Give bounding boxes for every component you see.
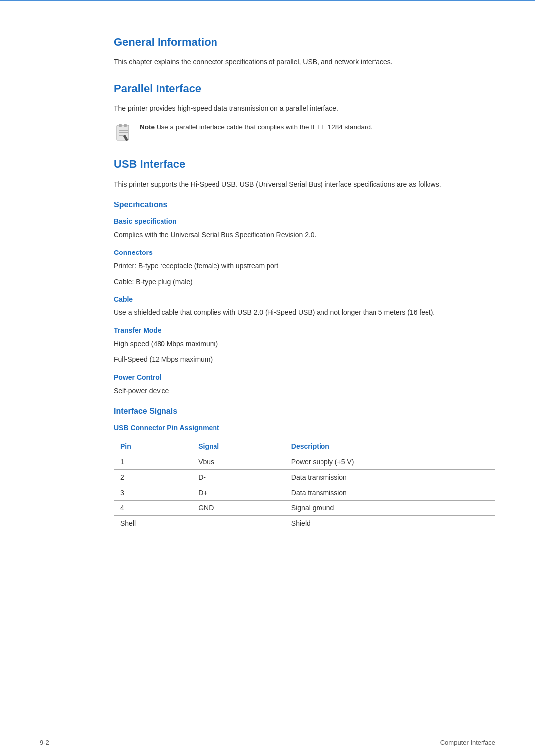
cell-signal: D+	[192, 485, 285, 500]
basic-specification-heading: Basic specification	[114, 217, 495, 225]
cell-description: Data transmission	[285, 485, 495, 500]
cell-description: Data transmission	[285, 469, 495, 485]
bottom-border	[0, 731, 535, 732]
cell-signal: Vbus	[192, 454, 285, 469]
note-box: Note Use a parallel interface cable that…	[114, 122, 495, 143]
table-row: Shell—Shield	[114, 515, 495, 531]
transfer-mode-line1: High speed (480 Mbps maximum)	[114, 338, 495, 349]
footer-right: Computer Interface	[440, 739, 495, 746]
cell-signal: D-	[192, 469, 285, 485]
cell-pin: 3	[114, 485, 192, 500]
parallel-interface-body: The printer provides high-speed data tra…	[114, 103, 495, 114]
parallel-interface-title: Parallel Interface	[114, 82, 495, 95]
note-icon	[114, 123, 134, 143]
svg-rect-2	[124, 124, 127, 127]
connectors-line1: Printer: B-type receptacle (female) with…	[114, 260, 495, 271]
pin-assignment-table: PinSignalDescription 1VbusPower supply (…	[114, 438, 495, 531]
cable-text: Use a shielded cable that complies with …	[114, 307, 495, 318]
cell-pin: Shell	[114, 515, 192, 531]
power-control-heading: Power Control	[114, 373, 495, 381]
cell-pin: 1	[114, 454, 192, 469]
content-area: General Information This chapter explain…	[0, 1, 535, 561]
power-control-text: Self-power device	[114, 385, 495, 396]
note-label: Note	[140, 123, 155, 131]
usb-connector-heading: USB Connector Pin Assignment	[114, 424, 495, 432]
cell-signal: GND	[192, 500, 285, 515]
general-information-body: This chapter explains the connector spec…	[114, 56, 495, 67]
cell-signal: —	[192, 515, 285, 531]
note-text: Note Use a parallel interface cable that…	[140, 122, 373, 132]
table-header-row: PinSignalDescription	[114, 438, 495, 454]
cell-pin: 4	[114, 500, 192, 515]
connectors-heading: Connectors	[114, 249, 495, 256]
specifications-title: Specifications	[114, 201, 495, 209]
page-container: General Information This chapter explain…	[0, 0, 535, 756]
table-header-pin: Pin	[114, 438, 192, 454]
note-content-text: Use a parallel interface cable that comp…	[157, 123, 373, 131]
transfer-mode-heading: Transfer Mode	[114, 326, 495, 334]
transfer-mode-line2: Full-Speed (12 Mbps maximum)	[114, 354, 495, 365]
cell-description: Power supply (+5 V)	[285, 454, 495, 469]
usb-interface-title: USB Interface	[114, 158, 495, 171]
footer-left: 9-2	[40, 739, 49, 746]
table-header-signal: Signal	[192, 438, 285, 454]
general-information-title: General Information	[114, 36, 495, 49]
table-row: 2D-Data transmission	[114, 469, 495, 485]
table-row: 4GNDSignal ground	[114, 500, 495, 515]
table-header-description: Description	[285, 438, 495, 454]
connectors-line2: Cable: B-type plug (male)	[114, 276, 495, 287]
basic-specification-text: Complies with the Universal Serial Bus S…	[114, 229, 495, 240]
cable-heading: Cable	[114, 295, 495, 303]
usb-interface-body: This printer supports the Hi-Speed USB. …	[114, 179, 495, 190]
interface-signals-title: Interface Signals	[114, 407, 495, 416]
cell-description: Signal ground	[285, 500, 495, 515]
cell-pin: 2	[114, 469, 192, 485]
cell-description: Shield	[285, 515, 495, 531]
svg-rect-1	[119, 124, 122, 127]
table-row: 1VbusPower supply (+5 V)	[114, 454, 495, 469]
table-row: 3D+Data transmission	[114, 485, 495, 500]
footer: 9-2 Computer Interface	[40, 739, 495, 746]
